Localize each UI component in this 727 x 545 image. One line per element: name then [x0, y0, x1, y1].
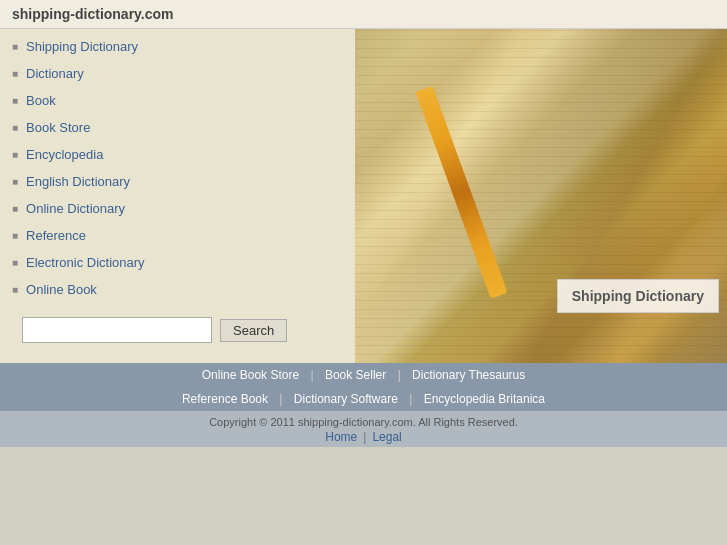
- nav-bullet-icon: ■: [12, 68, 18, 79]
- link-dictionary-software[interactable]: Dictionary Software: [286, 392, 406, 406]
- search-input[interactable]: [22, 317, 212, 343]
- nav-bullet-icon: ■: [12, 41, 18, 52]
- nav-bullet-icon: ■: [12, 203, 18, 214]
- link-reference-book[interactable]: Reference Book: [174, 392, 276, 406]
- nav-item-label: Online Book: [26, 282, 97, 297]
- sep-4: |: [406, 392, 416, 406]
- footer-sep: |: [363, 430, 366, 444]
- nav-item-label: Book: [26, 93, 56, 108]
- nav-bullet-icon: ■: [12, 149, 18, 160]
- nav-bullet-icon: ■: [12, 122, 18, 133]
- link-encyclopedia-britanica[interactable]: Encyclopedia Britanica: [416, 392, 553, 406]
- nav-item-1[interactable]: ■Dictionary: [0, 60, 355, 87]
- nav-bullet-icon: ■: [12, 95, 18, 106]
- hero-image-area: Shipping Dictionary: [355, 29, 727, 363]
- nav-item-label: Encyclopedia: [26, 147, 103, 162]
- copyright-text: Copyright © 2011 shipping-dictionary.com…: [0, 416, 727, 428]
- search-area: Search: [0, 303, 355, 359]
- links-row-1: Online Book Store | Book Seller | Dictio…: [0, 363, 727, 387]
- nav-item-label: Dictionary: [26, 66, 84, 81]
- main-container: ■Shipping Dictionary■Dictionary■Book■Boo…: [0, 29, 727, 363]
- nav-item-label: Electronic Dictionary: [26, 255, 145, 270]
- link-online-book-store[interactable]: Online Book Store: [194, 368, 307, 382]
- nav-item-4[interactable]: ■Encyclopedia: [0, 141, 355, 168]
- nav-item-5[interactable]: ■English Dictionary: [0, 168, 355, 195]
- nav-item-7[interactable]: ■Reference: [0, 222, 355, 249]
- link-book-seller[interactable]: Book Seller: [317, 368, 394, 382]
- site-title: shipping-dictionary.com: [12, 6, 174, 22]
- nav-item-8[interactable]: ■Electronic Dictionary: [0, 249, 355, 276]
- nav-item-6[interactable]: ■Online Dictionary: [0, 195, 355, 222]
- nav-item-label: Reference: [26, 228, 86, 243]
- nav-bullet-icon: ■: [12, 230, 18, 241]
- nav-item-3[interactable]: ■Book Store: [0, 114, 355, 141]
- footer-legal-link[interactable]: Legal: [372, 430, 401, 444]
- footer-links: Home | Legal: [0, 428, 727, 444]
- nav-item-0[interactable]: ■Shipping Dictionary: [0, 33, 355, 60]
- nav-bullet-icon: ■: [12, 257, 18, 268]
- nav-bullet-icon: ■: [12, 176, 18, 187]
- link-dictionary-thesaurus[interactable]: Dictionary Thesaurus: [404, 368, 533, 382]
- nav-list: ■Shipping Dictionary■Dictionary■Book■Boo…: [0, 33, 355, 303]
- nav-item-label: Shipping Dictionary: [26, 39, 138, 54]
- footer-home-link[interactable]: Home: [325, 430, 357, 444]
- shipping-dictionary-label: Shipping Dictionary: [557, 279, 719, 313]
- nav-item-label: Book Store: [26, 120, 90, 135]
- sep-3: |: [276, 392, 286, 406]
- sep-1: |: [307, 368, 317, 382]
- nav-item-2[interactable]: ■Book: [0, 87, 355, 114]
- sidebar: ■Shipping Dictionary■Dictionary■Book■Boo…: [0, 29, 355, 363]
- nav-item-9[interactable]: ■Online Book: [0, 276, 355, 303]
- links-row-2: Reference Book | Dictionary Software | E…: [0, 387, 727, 411]
- nav-bullet-icon: ■: [12, 284, 18, 295]
- sep-2: |: [394, 368, 404, 382]
- nav-item-label: English Dictionary: [26, 174, 130, 189]
- site-header: shipping-dictionary.com: [0, 0, 727, 29]
- below-page-area: [0, 447, 727, 545]
- footer: Copyright © 2011 shipping-dictionary.com…: [0, 411, 727, 447]
- nav-item-label: Online Dictionary: [26, 201, 125, 216]
- bottom-links-bar: Online Book Store | Book Seller | Dictio…: [0, 363, 727, 411]
- search-button[interactable]: Search: [220, 319, 287, 342]
